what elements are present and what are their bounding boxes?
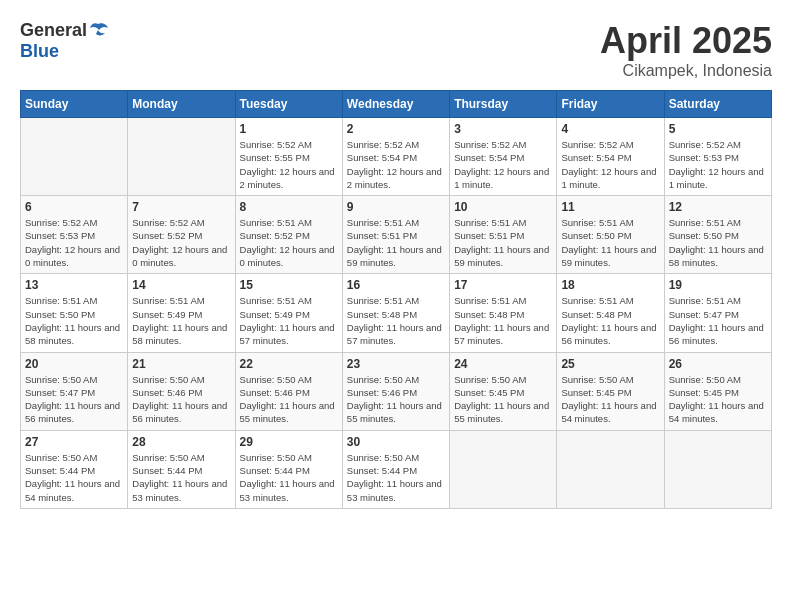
calendar-cell: 16Sunrise: 5:51 AM Sunset: 5:48 PM Dayli…: [342, 274, 449, 352]
calendar-cell: 9Sunrise: 5:51 AM Sunset: 5:51 PM Daylig…: [342, 196, 449, 274]
day-number: 2: [347, 122, 445, 136]
day-number: 13: [25, 278, 123, 292]
day-info: Sunrise: 5:50 AM Sunset: 5:44 PM Dayligh…: [240, 451, 338, 504]
day-number: 6: [25, 200, 123, 214]
calendar-cell: 10Sunrise: 5:51 AM Sunset: 5:51 PM Dayli…: [450, 196, 557, 274]
calendar-cell: 6Sunrise: 5:52 AM Sunset: 5:53 PM Daylig…: [21, 196, 128, 274]
day-info: Sunrise: 5:51 AM Sunset: 5:49 PM Dayligh…: [132, 294, 230, 347]
day-number: 22: [240, 357, 338, 371]
calendar-cell: 28Sunrise: 5:50 AM Sunset: 5:44 PM Dayli…: [128, 430, 235, 508]
day-info: Sunrise: 5:50 AM Sunset: 5:44 PM Dayligh…: [25, 451, 123, 504]
logo: General Blue: [20, 20, 109, 62]
calendar-cell: 11Sunrise: 5:51 AM Sunset: 5:50 PM Dayli…: [557, 196, 664, 274]
logo-bird-icon: [87, 22, 109, 40]
day-number: 16: [347, 278, 445, 292]
day-info: Sunrise: 5:52 AM Sunset: 5:54 PM Dayligh…: [561, 138, 659, 191]
month-title: April 2025: [600, 20, 772, 62]
day-number: 11: [561, 200, 659, 214]
day-info: Sunrise: 5:52 AM Sunset: 5:55 PM Dayligh…: [240, 138, 338, 191]
day-number: 30: [347, 435, 445, 449]
day-info: Sunrise: 5:51 AM Sunset: 5:50 PM Dayligh…: [669, 216, 767, 269]
calendar-week-row: 13Sunrise: 5:51 AM Sunset: 5:50 PM Dayli…: [21, 274, 772, 352]
weekday-header-sunday: Sunday: [21, 91, 128, 118]
day-info: Sunrise: 5:51 AM Sunset: 5:51 PM Dayligh…: [454, 216, 552, 269]
calendar-cell: 19Sunrise: 5:51 AM Sunset: 5:47 PM Dayli…: [664, 274, 771, 352]
calendar-cell: 3Sunrise: 5:52 AM Sunset: 5:54 PM Daylig…: [450, 118, 557, 196]
calendar-cell: [557, 430, 664, 508]
calendar-cell: 15Sunrise: 5:51 AM Sunset: 5:49 PM Dayli…: [235, 274, 342, 352]
day-info: Sunrise: 5:52 AM Sunset: 5:54 PM Dayligh…: [347, 138, 445, 191]
day-info: Sunrise: 5:50 AM Sunset: 5:45 PM Dayligh…: [669, 373, 767, 426]
day-number: 5: [669, 122, 767, 136]
day-info: Sunrise: 5:50 AM Sunset: 5:46 PM Dayligh…: [132, 373, 230, 426]
calendar-cell: 7Sunrise: 5:52 AM Sunset: 5:52 PM Daylig…: [128, 196, 235, 274]
calendar-cell: 4Sunrise: 5:52 AM Sunset: 5:54 PM Daylig…: [557, 118, 664, 196]
day-number: 28: [132, 435, 230, 449]
weekday-header-wednesday: Wednesday: [342, 91, 449, 118]
day-info: Sunrise: 5:52 AM Sunset: 5:52 PM Dayligh…: [132, 216, 230, 269]
day-info: Sunrise: 5:51 AM Sunset: 5:50 PM Dayligh…: [561, 216, 659, 269]
day-number: 14: [132, 278, 230, 292]
calendar-cell: 22Sunrise: 5:50 AM Sunset: 5:46 PM Dayli…: [235, 352, 342, 430]
calendar-cell: 8Sunrise: 5:51 AM Sunset: 5:52 PM Daylig…: [235, 196, 342, 274]
day-number: 26: [669, 357, 767, 371]
day-number: 17: [454, 278, 552, 292]
day-info: Sunrise: 5:50 AM Sunset: 5:46 PM Dayligh…: [347, 373, 445, 426]
calendar-table: SundayMondayTuesdayWednesdayThursdayFrid…: [20, 90, 772, 509]
calendar-cell: 29Sunrise: 5:50 AM Sunset: 5:44 PM Dayli…: [235, 430, 342, 508]
calendar-cell: 24Sunrise: 5:50 AM Sunset: 5:45 PM Dayli…: [450, 352, 557, 430]
weekday-header-monday: Monday: [128, 91, 235, 118]
day-number: 27: [25, 435, 123, 449]
calendar-week-row: 20Sunrise: 5:50 AM Sunset: 5:47 PM Dayli…: [21, 352, 772, 430]
calendar-cell: 14Sunrise: 5:51 AM Sunset: 5:49 PM Dayli…: [128, 274, 235, 352]
calendar-cell: 20Sunrise: 5:50 AM Sunset: 5:47 PM Dayli…: [21, 352, 128, 430]
calendar-cell: [664, 430, 771, 508]
day-info: Sunrise: 5:50 AM Sunset: 5:45 PM Dayligh…: [561, 373, 659, 426]
day-info: Sunrise: 5:51 AM Sunset: 5:51 PM Dayligh…: [347, 216, 445, 269]
day-info: Sunrise: 5:50 AM Sunset: 5:44 PM Dayligh…: [132, 451, 230, 504]
day-number: 9: [347, 200, 445, 214]
day-number: 24: [454, 357, 552, 371]
day-info: Sunrise: 5:51 AM Sunset: 5:47 PM Dayligh…: [669, 294, 767, 347]
calendar-cell: 30Sunrise: 5:50 AM Sunset: 5:44 PM Dayli…: [342, 430, 449, 508]
day-number: 15: [240, 278, 338, 292]
calendar-cell: 12Sunrise: 5:51 AM Sunset: 5:50 PM Dayli…: [664, 196, 771, 274]
calendar-cell: 25Sunrise: 5:50 AM Sunset: 5:45 PM Dayli…: [557, 352, 664, 430]
day-info: Sunrise: 5:51 AM Sunset: 5:49 PM Dayligh…: [240, 294, 338, 347]
calendar-cell: [450, 430, 557, 508]
calendar-cell: 2Sunrise: 5:52 AM Sunset: 5:54 PM Daylig…: [342, 118, 449, 196]
calendar-week-row: 27Sunrise: 5:50 AM Sunset: 5:44 PM Dayli…: [21, 430, 772, 508]
logo-blue: Blue: [20, 41, 59, 62]
calendar-cell: 21Sunrise: 5:50 AM Sunset: 5:46 PM Dayli…: [128, 352, 235, 430]
calendar-cell: 5Sunrise: 5:52 AM Sunset: 5:53 PM Daylig…: [664, 118, 771, 196]
weekday-header-friday: Friday: [557, 91, 664, 118]
day-number: 8: [240, 200, 338, 214]
weekday-header-saturday: Saturday: [664, 91, 771, 118]
day-info: Sunrise: 5:52 AM Sunset: 5:53 PM Dayligh…: [669, 138, 767, 191]
calendar-cell: [128, 118, 235, 196]
day-number: 4: [561, 122, 659, 136]
day-info: Sunrise: 5:51 AM Sunset: 5:48 PM Dayligh…: [561, 294, 659, 347]
day-info: Sunrise: 5:50 AM Sunset: 5:46 PM Dayligh…: [240, 373, 338, 426]
day-number: 7: [132, 200, 230, 214]
day-number: 10: [454, 200, 552, 214]
header: General Blue April 2025 Cikampek, Indone…: [20, 20, 772, 80]
weekday-header-tuesday: Tuesday: [235, 91, 342, 118]
calendar-cell: 13Sunrise: 5:51 AM Sunset: 5:50 PM Dayli…: [21, 274, 128, 352]
calendar-cell: 18Sunrise: 5:51 AM Sunset: 5:48 PM Dayli…: [557, 274, 664, 352]
day-info: Sunrise: 5:52 AM Sunset: 5:54 PM Dayligh…: [454, 138, 552, 191]
day-number: 21: [132, 357, 230, 371]
day-info: Sunrise: 5:50 AM Sunset: 5:45 PM Dayligh…: [454, 373, 552, 426]
calendar-week-row: 1Sunrise: 5:52 AM Sunset: 5:55 PM Daylig…: [21, 118, 772, 196]
day-info: Sunrise: 5:50 AM Sunset: 5:44 PM Dayligh…: [347, 451, 445, 504]
day-number: 29: [240, 435, 338, 449]
day-number: 23: [347, 357, 445, 371]
calendar-cell: 26Sunrise: 5:50 AM Sunset: 5:45 PM Dayli…: [664, 352, 771, 430]
calendar-cell: 23Sunrise: 5:50 AM Sunset: 5:46 PM Dayli…: [342, 352, 449, 430]
logo-general: General: [20, 20, 87, 41]
weekday-header-row: SundayMondayTuesdayWednesdayThursdayFrid…: [21, 91, 772, 118]
calendar-cell: 17Sunrise: 5:51 AM Sunset: 5:48 PM Dayli…: [450, 274, 557, 352]
location-title: Cikampek, Indonesia: [600, 62, 772, 80]
day-info: Sunrise: 5:52 AM Sunset: 5:53 PM Dayligh…: [25, 216, 123, 269]
day-info: Sunrise: 5:51 AM Sunset: 5:48 PM Dayligh…: [454, 294, 552, 347]
